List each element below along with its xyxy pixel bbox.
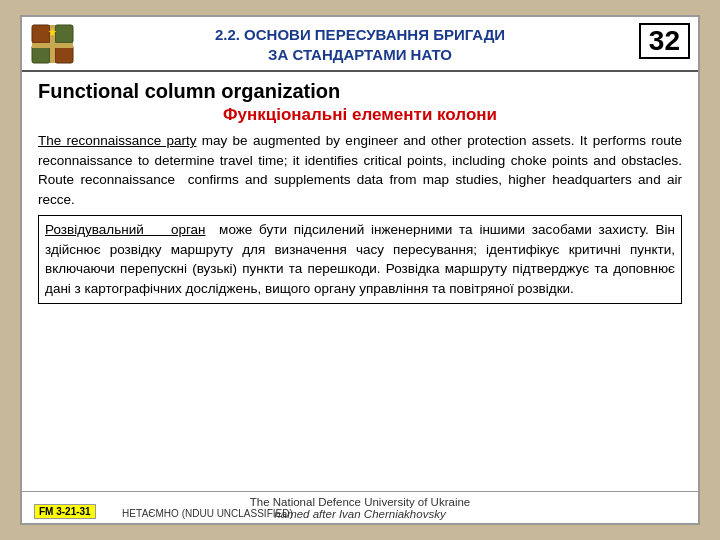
recon-party-underline: The reconnaissance party bbox=[38, 133, 196, 148]
fm-label: FM 3-21-31 bbox=[34, 504, 96, 519]
logo bbox=[30, 23, 75, 68]
text-ukrainian: Розвідувальний орган може бути підсилени… bbox=[38, 215, 682, 303]
slide-number: 32 bbox=[639, 23, 690, 59]
svg-rect-5 bbox=[32, 43, 73, 48]
svg-rect-1 bbox=[55, 25, 73, 43]
recon-organ-underline: Розвідувальний орган bbox=[45, 222, 206, 237]
slide-content: Functional column organization Функціона… bbox=[22, 72, 698, 491]
slide-footer: The National Defence University of Ukrai… bbox=[22, 491, 698, 523]
title-english: Functional column organization bbox=[38, 80, 682, 103]
title-ukrainian: Функціональні елементи колони bbox=[38, 105, 682, 125]
slide-header: 2.2. ОСНОВИ ПЕРЕСУВАННЯ БРИГАДИ ЗА СТАНД… bbox=[22, 17, 698, 72]
classification-label: НЕТАЄМНО (NDUU UNCLASSIFIED) bbox=[122, 508, 293, 519]
text-english: The reconnaissance party may be augmente… bbox=[38, 131, 682, 209]
university-name: The National Defence University of Ukrai… bbox=[250, 496, 471, 508]
slide-container: 2.2. ОСНОВИ ПЕРЕСУВАННЯ БРИГАДИ ЗА СТАНД… bbox=[20, 15, 700, 525]
svg-rect-0 bbox=[32, 25, 50, 43]
header-title: 2.2. ОСНОВИ ПЕРЕСУВАННЯ БРИГАДИ ЗА СТАНД… bbox=[82, 25, 638, 64]
